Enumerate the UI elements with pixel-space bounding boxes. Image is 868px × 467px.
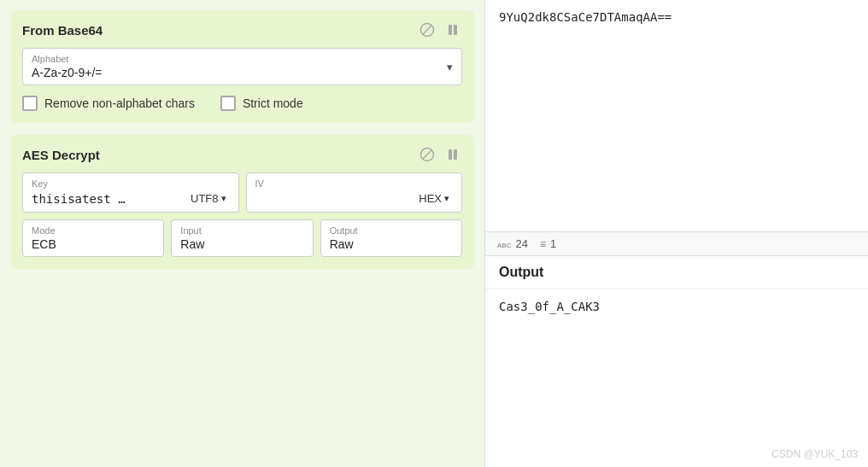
watermark: CSDN @YUK_103 [771, 448, 858, 460]
from-base64-title: From Base64 [22, 23, 103, 38]
key-encoding-btn[interactable]: UTF8 [187, 190, 230, 207]
from-base64-icons [418, 20, 462, 39]
char-count-stat: abc 24 [497, 237, 528, 250]
right-panel: abc 24 ≡ 1 Output Cas3_0f_A_CAK3 CSDN @Y… [485, 0, 868, 467]
alphabet-label: Alphabet [32, 54, 453, 64]
output-content: Cas3_0f_A_CAK3 [485, 289, 868, 467]
input-field: Input Raw [171, 219, 313, 257]
aes-decrypt-pause-btn[interactable] [443, 145, 462, 164]
alphabet-dropdown-arrow: ▾ [447, 61, 453, 73]
remove-non-alphabet-label: Remove non-alphabet chars [44, 96, 195, 110]
aes-decrypt-title: AES Decrypt [22, 148, 100, 162]
svg-line-5 [423, 150, 432, 160]
line-count-stat: ≡ 1 [540, 237, 556, 250]
alphabet-value: A-Za-z0-9+/= [32, 66, 453, 79]
mode-value: ECB [32, 237, 155, 251]
checkbox-row: ✓ Remove non-alphabet chars Strict mode [22, 96, 462, 111]
key-field-row: thisisatest … UTF8 [32, 190, 230, 207]
key-label: Key [32, 178, 230, 189]
output-label: Output [330, 225, 453, 236]
iv-field-row: HEX [255, 190, 454, 207]
iv-label: IV [255, 178, 454, 189]
line-count: 1 [550, 237, 556, 250]
char-count: 24 [515, 237, 527, 250]
aes-decrypt-card: AES Decrypt Key [10, 135, 474, 269]
alphabet-dropdown[interactable]: Alphabet A-Za-z0-9+/= ▾ [22, 48, 462, 85]
mode-input-output-row: Mode ECB Input Raw Output Raw [22, 219, 462, 257]
aes-decrypt-icons [418, 145, 462, 164]
aes-decrypt-disable-btn[interactable] [418, 145, 437, 164]
abc-icon: abc [497, 238, 511, 250]
mode-field: Mode ECB [22, 219, 164, 257]
input-value: Raw [180, 237, 303, 251]
stats-bar: abc 24 ≡ 1 [485, 232, 868, 256]
output-value-field: Raw [330, 237, 453, 251]
iv-encoding-btn[interactable]: HEX [415, 190, 453, 207]
output-field: Output Raw [320, 219, 462, 257]
svg-line-1 [423, 26, 432, 35]
key-field[interactable]: Key thisisatest … UTF8 [22, 172, 239, 213]
output-section: Output Cas3_0f_A_CAK3 [485, 256, 868, 467]
aes-decrypt-header: AES Decrypt [22, 145, 462, 164]
iv-field[interactable]: IV HEX [246, 172, 463, 213]
left-panel: From Base64 Alphabet A-Za- [0, 0, 485, 467]
lines-icon: ≡ [540, 238, 546, 250]
input-label: Input [180, 225, 303, 236]
key-value: thisisatest … [32, 192, 126, 206]
from-base64-header: From Base64 [22, 20, 462, 39]
key-iv-row: Key thisisatest … UTF8 IV HEX [22, 172, 462, 213]
from-base64-pause-btn[interactable] [443, 20, 462, 39]
strict-mode-label: Strict mode [243, 96, 303, 110]
output-title: Output [485, 256, 868, 289]
remove-non-alphabet-item[interactable]: ✓ Remove non-alphabet chars [22, 96, 195, 111]
mode-label: Mode [32, 225, 155, 236]
input-textarea[interactable] [485, 0, 868, 232]
svg-rect-3 [454, 25, 457, 35]
remove-non-alphabet-checkbox[interactable]: ✓ [22, 96, 38, 111]
from-base64-card: From Base64 Alphabet A-Za- [10, 10, 474, 123]
svg-rect-2 [449, 25, 452, 35]
svg-rect-7 [454, 149, 457, 160]
from-base64-disable-btn[interactable] [418, 20, 437, 39]
strict-mode-checkbox[interactable] [220, 96, 236, 111]
strict-mode-item[interactable]: Strict mode [220, 96, 303, 111]
svg-rect-6 [449, 149, 452, 160]
